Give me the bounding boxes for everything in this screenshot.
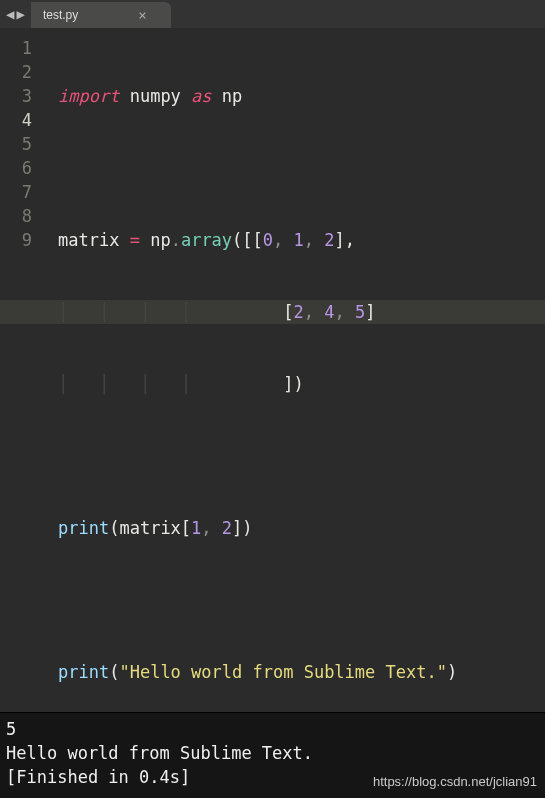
nav-arrows: ◀ ▶ <box>0 0 31 28</box>
tab-test-py[interactable]: test.py × <box>31 2 171 28</box>
line-number: 9 <box>0 228 32 252</box>
line-number: 8 <box>0 204 32 228</box>
tab-label: test.py <box>43 8 78 22</box>
code-line <box>46 444 545 468</box>
code-line <box>46 588 545 612</box>
nav-forward-icon[interactable]: ▶ <box>16 7 24 21</box>
title-bar: ◀ ▶ test.py × <box>0 0 545 28</box>
line-number: 1 <box>0 36 32 60</box>
code-line: print("Hello world from Sublime Text.") <box>46 660 545 684</box>
editor-pane[interactable]: 1 2 3 4 5 6 7 8 9 import numpy as np mat… <box>0 28 545 712</box>
watermark-text: https://blog.csdn.net/jclian91 <box>373 770 537 794</box>
code-line <box>46 156 545 180</box>
console-line: 5 <box>6 717 539 741</box>
line-number: 5 <box>0 132 32 156</box>
code-line: │ │ │ │ [2, 4, 5] <box>0 300 545 324</box>
line-number-gutter: 1 2 3 4 5 6 7 8 9 <box>0 28 46 712</box>
line-number: 4 <box>0 108 32 132</box>
code-line: matrix = np.array([[0, 1, 2], <box>46 228 545 252</box>
code-line: print(matrix[1, 2]) <box>46 516 545 540</box>
close-icon[interactable]: × <box>138 8 146 22</box>
line-number: 2 <box>0 60 32 84</box>
nav-back-icon[interactable]: ◀ <box>6 7 14 21</box>
code-line: import numpy as np <box>46 84 545 108</box>
console-line: Hello world from Sublime Text. <box>6 741 539 765</box>
line-number: 3 <box>0 84 32 108</box>
line-number: 7 <box>0 180 32 204</box>
line-number: 6 <box>0 156 32 180</box>
code-area[interactable]: import numpy as np matrix = np.array([[0… <box>46 28 545 712</box>
output-console[interactable]: 5 Hello world from Sublime Text. [Finish… <box>0 712 545 798</box>
code-line: │ │ │ │ ]) <box>46 372 545 396</box>
